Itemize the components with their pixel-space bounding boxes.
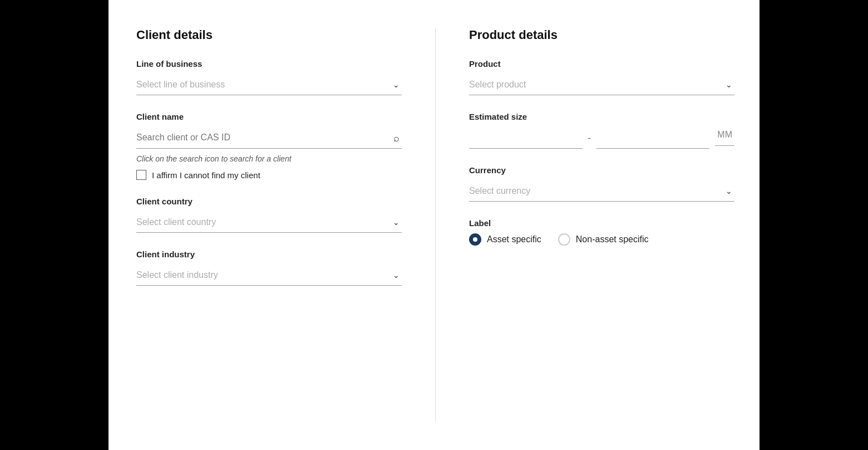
radio-asset-specific-label: Asset specific (487, 234, 541, 244)
label-field-label: Label (469, 218, 734, 228)
currency-label: Currency (469, 165, 734, 175)
client-name-group: Client name ⌕ Click on the search icon t… (136, 112, 402, 180)
label-group: Label Asset specific Non-asset specific (469, 218, 734, 246)
left-panel: Client details Line of business Select l… (136, 28, 436, 422)
client-industry-wrapper: Select client industry ⌄ (136, 265, 402, 286)
client-name-label: Client name (136, 112, 402, 121)
radio-option-asset-specific[interactable]: Asset specific (469, 233, 541, 246)
currency-select[interactable]: Select currency (469, 180, 734, 202)
radio-non-asset-specific-label: Non-asset specific (576, 234, 649, 244)
client-industry-label: Client industry (136, 250, 402, 259)
product-select[interactable]: Select product (469, 74, 734, 95)
mm-suffix: MM (715, 130, 734, 146)
estimated-size-row: - MM (469, 127, 734, 149)
right-panel: Product details Product Select product ⌄… (436, 28, 734, 422)
affirm-checkbox[interactable] (136, 170, 146, 180)
radio-group: Asset specific Non-asset specific (469, 233, 734, 246)
radio-non-asset-specific[interactable] (558, 233, 570, 246)
currency-wrapper: Select currency ⌄ (469, 180, 734, 202)
client-country-label: Client country (136, 197, 402, 206)
client-name-input[interactable] (136, 127, 402, 149)
currency-group: Currency Select currency ⌄ (469, 165, 734, 202)
product-label: Product (469, 59, 734, 69)
client-name-helper-text: Click on the search icon to search for a… (136, 154, 402, 163)
line-of-business-select[interactable]: Select line of business (136, 74, 402, 95)
line-of-business-wrapper: Select line of business ⌄ (136, 74, 402, 95)
line-of-business-group: Line of business Select line of business… (136, 59, 402, 95)
affirm-checkbox-row: I affirm I cannot find my client (136, 170, 402, 180)
client-country-group: Client country Select client country ⌄ (136, 197, 402, 233)
client-name-search-wrapper: ⌕ (136, 127, 402, 149)
client-industry-select[interactable]: Select client industry (136, 265, 402, 286)
estimated-size-input-right[interactable] (596, 127, 710, 149)
affirm-checkbox-label[interactable]: I affirm I cannot find my client (152, 170, 260, 180)
search-icon[interactable]: ⌕ (393, 132, 400, 144)
product-wrapper: Select product ⌄ (469, 74, 734, 95)
client-industry-group: Client industry Select client industry ⌄ (136, 250, 402, 286)
size-separator: - (588, 133, 591, 143)
radio-option-non-asset-specific[interactable]: Non-asset specific (558, 233, 649, 246)
product-details-title: Product details (469, 28, 734, 42)
radio-asset-specific[interactable] (469, 233, 481, 246)
client-country-select[interactable]: Select client country (136, 212, 402, 233)
estimated-size-label: Estimated size (469, 112, 734, 121)
client-country-wrapper: Select client country ⌄ (136, 212, 402, 233)
client-details-title: Client details (136, 28, 402, 42)
estimated-size-input-left[interactable] (469, 127, 583, 149)
main-container: Client details Line of business Select l… (108, 0, 760, 450)
estimated-size-group: Estimated size - MM (469, 112, 734, 149)
line-of-business-label: Line of business (136, 59, 402, 69)
product-group: Product Select product ⌄ (469, 59, 734, 95)
